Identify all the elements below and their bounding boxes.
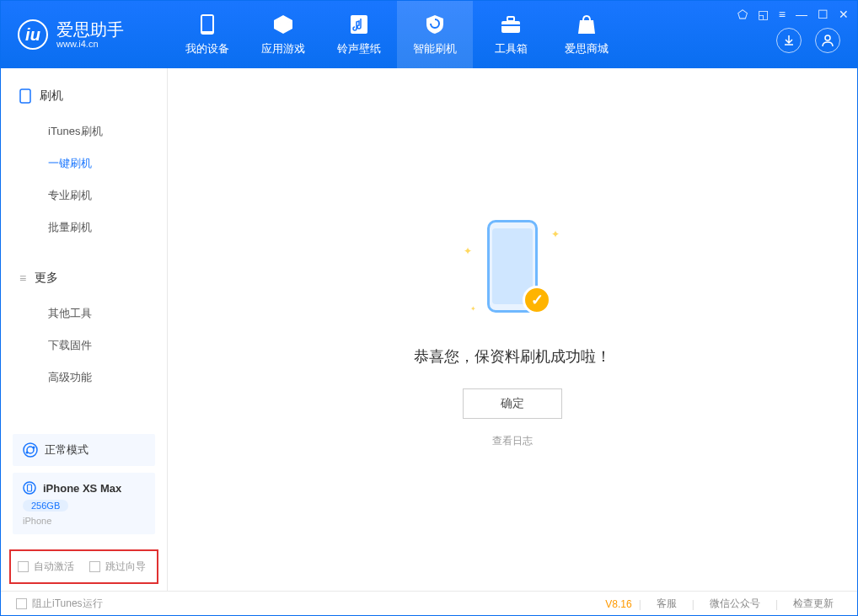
sparkle-icon: ✦ (464, 245, 472, 257)
success-message: 恭喜您，保资料刷机成功啦！ (414, 346, 611, 367)
body-area: 刷机 iTunes刷机 一键刷机 专业刷机 批量刷机 ≡ 更多 其他工具 下载固… (1, 68, 857, 591)
feedback-icon[interactable]: ◱ (758, 8, 769, 21)
sync-icon (23, 442, 38, 458)
checkbox-icon (16, 598, 27, 609)
svg-rect-4 (507, 17, 514, 21)
svg-rect-1 (202, 16, 212, 31)
svg-point-10 (26, 452, 29, 454)
sidebar-item-batch[interactable]: 批量刷机 (1, 212, 167, 244)
sidebar-item-pro[interactable]: 专业刷机 (1, 179, 167, 212)
wechat-link[interactable]: 微信公众号 (701, 597, 769, 611)
checkbox-auto-activate[interactable]: 自动激活 (18, 560, 74, 574)
window-controls: ⬠ ◱ ≡ — ☐ ✕ (737, 8, 849, 21)
sidebar-item-other[interactable]: 其他工具 (1, 297, 167, 329)
footer: 阻止iTunes运行 V8.16 | 客服 | 微信公众号 | 检查更新 (1, 591, 857, 616)
tab-flash[interactable]: 智能刷机 (397, 1, 473, 68)
tab-apps[interactable]: 应用游戏 (245, 1, 321, 68)
tab-toolbox[interactable]: 工具箱 (473, 1, 549, 68)
view-log-link[interactable]: 查看日志 (492, 434, 533, 448)
svg-point-11 (24, 482, 35, 494)
download-button[interactable] (776, 28, 802, 53)
device-name: iPhone XS Max (43, 482, 121, 495)
options-highlight-box: 自动激活 跳过向导 (9, 549, 158, 584)
success-illustration: ✦ ✦ ✦ ✓ (462, 212, 563, 329)
sidebar-section-more: ≡ 更多 (1, 265, 167, 291)
sparkle-icon: ✦ (551, 228, 560, 240)
user-button[interactable] (815, 28, 840, 53)
mode-card[interactable]: 正常模式 (13, 434, 155, 466)
music-icon (347, 13, 371, 36)
checkbox-icon (18, 561, 29, 572)
shield-icon (423, 13, 447, 36)
svg-rect-7 (20, 89, 30, 103)
header-right-icons (776, 28, 840, 53)
device-type: iPhone (23, 516, 145, 526)
logo-icon: iu (18, 19, 48, 50)
support-link[interactable]: 客服 (648, 597, 685, 611)
minimize-icon[interactable]: — (796, 8, 807, 21)
logo-area: iu 爱思助手 www.i4.cn (1, 19, 169, 50)
tab-store[interactable]: 爱思商城 (549, 1, 625, 68)
ok-button[interactable]: 确定 (463, 388, 562, 419)
sidebar-item-advanced[interactable]: 高级功能 (1, 362, 167, 394)
checkbox-skip-wizard[interactable]: 跳过向导 (89, 560, 146, 574)
list-icon: ≡ (19, 271, 26, 285)
toolbox-icon (499, 13, 523, 36)
bag-icon (575, 13, 598, 36)
sidebar-item-itunes[interactable]: iTunes刷机 (1, 115, 167, 147)
svg-point-6 (825, 35, 830, 40)
svg-rect-5 (501, 24, 520, 26)
maximize-icon[interactable]: ☐ (818, 8, 829, 21)
header: iu 爱思助手 www.i4.cn 我的设备 应用游戏 铃声壁纸 智能刷机 工具… (1, 1, 857, 68)
phone-icon (196, 13, 219, 36)
shirt-icon[interactable]: ⬠ (737, 8, 748, 21)
checkbox-block-itunes[interactable]: 阻止iTunes运行 (16, 597, 103, 611)
app-url: www.i4.cn (56, 39, 124, 49)
tab-ringtone[interactable]: 铃声壁纸 (321, 1, 397, 68)
app-name: 爱思助手 (56, 20, 124, 39)
menu-icon[interactable]: ≡ (779, 8, 786, 21)
sparkle-icon: ✦ (470, 305, 476, 313)
svg-rect-12 (28, 485, 32, 491)
close-icon[interactable]: ✕ (839, 8, 849, 21)
device-card[interactable]: iPhone XS Max 256GB iPhone (13, 473, 155, 534)
sidebar-item-firmware[interactable]: 下载固件 (1, 329, 167, 362)
device-small-icon (19, 88, 31, 104)
update-link[interactable]: 检查更新 (785, 597, 842, 611)
sidebar-section-flash: 刷机 (1, 83, 167, 109)
check-icon: ✓ (523, 286, 551, 314)
svg-point-8 (24, 443, 37, 457)
version-label: V8.16 (605, 598, 631, 610)
tab-mydevice[interactable]: 我的设备 (169, 1, 245, 68)
nav-tabs: 我的设备 应用游戏 铃声壁纸 智能刷机 工具箱 爱思商城 (169, 1, 625, 68)
phone-small-icon (23, 481, 36, 495)
sidebar-item-oneclick[interactable]: 一键刷机 (1, 147, 167, 179)
main-content: ✦ ✦ ✦ ✓ 恭喜您，保资料刷机成功啦！ 确定 查看日志 (168, 68, 857, 591)
cube-icon (271, 13, 295, 36)
svg-point-9 (33, 447, 35, 449)
device-storage: 256GB (23, 500, 68, 512)
sidebar: 刷机 iTunes刷机 一键刷机 专业刷机 批量刷机 ≡ 更多 其他工具 下载固… (1, 68, 168, 591)
svg-rect-3 (501, 21, 520, 33)
checkbox-icon (89, 561, 100, 572)
